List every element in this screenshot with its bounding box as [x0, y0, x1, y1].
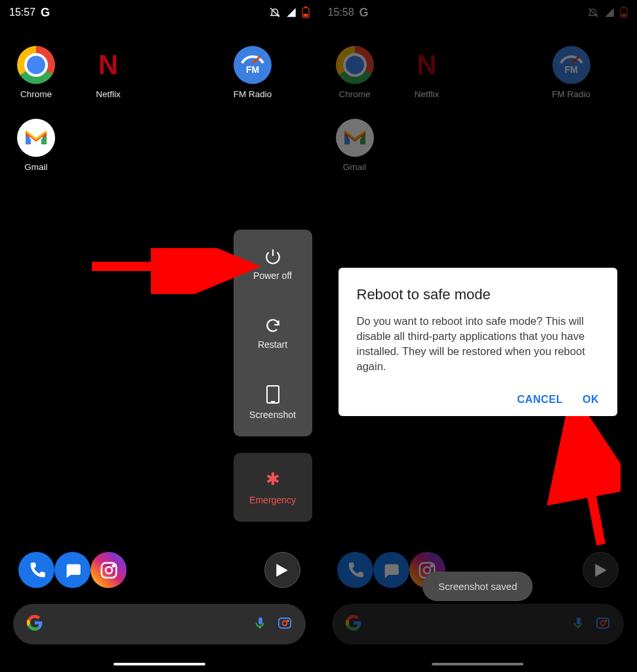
- svg-rect-19: [622, 14, 627, 17]
- app-label: FM Radio: [552, 89, 590, 99]
- home-indicator[interactable]: [113, 663, 205, 665]
- dock: [0, 552, 319, 588]
- power-off-label: Power off: [253, 270, 292, 281]
- svg-point-15: [287, 620, 289, 622]
- safe-mode-dialog: Reboot to safe mode Do you want to reboo…: [339, 268, 618, 416]
- google-search-bar[interactable]: [13, 604, 306, 644]
- lens-icon[interactable]: [277, 615, 293, 633]
- status-bar: 15:58 G: [319, 0, 638, 22]
- screenshot-label: Screenshot: [249, 410, 296, 420]
- google-g-icon: [345, 614, 362, 634]
- svg-point-12: [112, 564, 114, 566]
- battery-icon: [302, 7, 310, 18]
- ok-button[interactable]: OK: [583, 394, 599, 406]
- lens-icon[interactable]: [595, 615, 611, 633]
- app-chrome[interactable]: Chrome: [325, 46, 384, 99]
- svg-rect-6: [267, 386, 279, 403]
- app-label: Netflix: [415, 89, 440, 99]
- status-time: 15:58: [328, 7, 354, 18]
- svg-line-22: [575, 407, 601, 545]
- google-g-icon: [26, 614, 43, 634]
- svg-point-11: [106, 567, 112, 574]
- restart-label: Restart: [258, 339, 287, 350]
- signal-icon: [286, 7, 297, 18]
- svg-point-28: [606, 620, 607, 622]
- app-label: Gmail: [343, 162, 366, 172]
- netflix-icon: N: [89, 46, 127, 84]
- power-off-item[interactable]: Power off: [234, 230, 312, 299]
- play-store-icon[interactable]: [583, 552, 619, 588]
- cancel-button[interactable]: CANCEL: [517, 394, 563, 406]
- app-netflix[interactable]: N Netflix: [398, 46, 457, 99]
- fmradio-icon: FM: [552, 46, 590, 84]
- app-gmail[interactable]: Gmail: [325, 119, 384, 172]
- gmail-icon: [336, 119, 374, 157]
- status-time: 15:57: [9, 7, 35, 18]
- screen-right: 15:58 G Chrome N Netflix: [319, 0, 638, 672]
- chrome-icon: [336, 46, 374, 84]
- app-netflix[interactable]: N Netflix: [79, 46, 138, 99]
- app-label: Gmail: [24, 162, 47, 172]
- google-icon: G: [41, 6, 50, 20]
- chrome-icon: [17, 46, 55, 84]
- instagram-icon[interactable]: [91, 552, 127, 588]
- fmradio-icon: FM: [234, 46, 272, 84]
- app-gmail[interactable]: Gmail: [7, 119, 66, 172]
- google-icon: G: [360, 6, 369, 20]
- svg-rect-2: [304, 7, 307, 8]
- dialog-body: Do you want to reboot into safe mode? Th…: [357, 314, 600, 374]
- svg-point-25: [431, 564, 433, 566]
- dnd-icon: [269, 7, 281, 18]
- svg-point-24: [424, 567, 430, 574]
- restart-icon: [264, 317, 281, 334]
- svg-rect-3: [303, 14, 308, 17]
- messages-icon[interactable]: [373, 552, 409, 588]
- phone-icon[interactable]: [337, 552, 373, 588]
- power-icon: [264, 248, 281, 265]
- signal-icon: [604, 7, 615, 18]
- app-grid: Chrome N Netflix FM FM Radio Gmail: [319, 22, 638, 172]
- app-grid: Chrome N Netflix FM FM Radio Gmail: [0, 22, 319, 172]
- gmail-icon: [17, 119, 55, 157]
- messages-icon[interactable]: [54, 552, 91, 588]
- dnd-icon: [587, 7, 599, 18]
- mic-icon[interactable]: [571, 616, 586, 633]
- app-fmradio[interactable]: FM FM Radio: [223, 46, 282, 99]
- netflix-icon: N: [408, 46, 446, 84]
- svg-rect-18: [623, 7, 625, 8]
- emergency-label: Emergency: [249, 495, 296, 505]
- phone-icon[interactable]: [18, 552, 54, 588]
- home-indicator[interactable]: [432, 663, 524, 665]
- google-search-bar[interactable]: [332, 604, 625, 644]
- svg-point-14: [282, 621, 287, 625]
- svg-point-27: [601, 621, 606, 625]
- dialog-title: Reboot to safe mode: [357, 286, 600, 303]
- svg-rect-13: [279, 618, 291, 628]
- screenshot-icon: [266, 385, 280, 404]
- app-label: Chrome: [339, 89, 370, 99]
- screenshot-saved-toast: Screenshot saved: [422, 572, 533, 601]
- power-menu: Power off Restart Screenshot: [234, 230, 312, 436]
- status-bar: 15:57 G: [0, 0, 319, 22]
- emergency-icon: ✱: [266, 469, 280, 490]
- screen-left: 15:57 G Chrome N Netflix: [0, 0, 319, 672]
- app-label: Chrome: [20, 89, 52, 99]
- emergency-item[interactable]: ✱ Emergency: [234, 453, 312, 522]
- app-label: FM Radio: [234, 89, 272, 99]
- restart-item[interactable]: Restart: [234, 299, 312, 368]
- app-chrome[interactable]: Chrome: [7, 46, 66, 99]
- app-label: Netflix: [96, 89, 121, 99]
- svg-rect-26: [597, 618, 609, 628]
- play-store-icon[interactable]: [264, 552, 300, 588]
- app-fmradio[interactable]: FM FM Radio: [542, 46, 601, 99]
- screenshot-item[interactable]: Screenshot: [234, 368, 312, 436]
- mic-icon[interactable]: [253, 616, 268, 633]
- battery-icon: [620, 7, 628, 18]
